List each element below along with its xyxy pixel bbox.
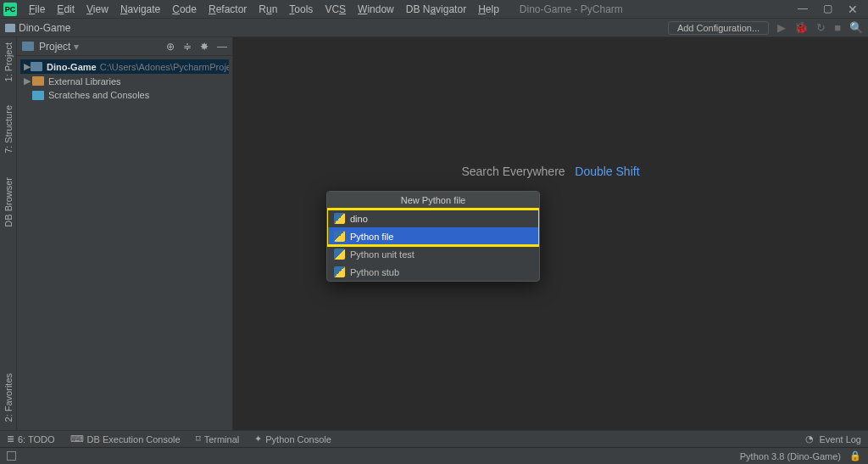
bottom-tab-label: DB Execution Console bbox=[87, 434, 181, 444]
search-icon[interactable]: 🔍 bbox=[849, 21, 863, 34]
event-log-label: Event Log bbox=[819, 434, 861, 444]
project-header: Project ▾ ⊕ ≑ ✸ — bbox=[17, 37, 232, 56]
side-tab-structure[interactable]: 7: Structure bbox=[3, 105, 14, 154]
project-tree: ▶ Dino-Game C:\Users\Adones\PycharmProje… bbox=[17, 56, 232, 105]
hint-shortcut: Double Shift bbox=[575, 165, 639, 178]
main-menu: File Edit View Navigate Code Refactor Ru… bbox=[24, 2, 504, 17]
status-widget-icon[interactable] bbox=[7, 451, 16, 461]
bottom-tab-label: Terminal bbox=[204, 434, 240, 444]
menu-dbnavigator[interactable]: DB Navigator bbox=[401, 2, 471, 17]
python-file-icon bbox=[334, 249, 345, 260]
tree-scratches[interactable]: Scratches and Consoles bbox=[20, 88, 229, 102]
menu-code[interactable]: Code bbox=[167, 2, 202, 17]
chevron-right-icon[interactable]: ▶ bbox=[24, 61, 31, 72]
breadcrumb-project[interactable]: Dino-Game bbox=[19, 22, 70, 34]
navigation-bar: Dino-Game Add Configuration... ▶ 🐞 ↻ ■ 🔍 bbox=[0, 19, 868, 37]
library-icon bbox=[32, 76, 44, 86]
maximize-button[interactable]: ▢ bbox=[823, 3, 832, 16]
bottom-tool-tabs: ≣ 6: TODO ⌨ DB Execution Console ⌑ Termi… bbox=[0, 430, 868, 447]
chevron-down-icon[interactable]: ▾ bbox=[74, 41, 79, 53]
stop-icon[interactable]: ■ bbox=[834, 21, 841, 34]
tree-root-path: C:\Users\Adones\PycharmProjects\Dino-G bbox=[100, 62, 229, 72]
project-tool-window: Project ▾ ⊕ ≑ ✸ — ▶ Dino-Game C:\Users\A… bbox=[17, 37, 233, 430]
search-everywhere-hint: Search Everywhere Double Shift bbox=[233, 165, 868, 178]
side-tab-dbbrowser[interactable]: DB Browser bbox=[3, 177, 14, 227]
locate-icon[interactable]: ⊕ bbox=[166, 41, 175, 53]
run-with-coverage-icon[interactable]: ↻ bbox=[816, 21, 826, 34]
project-view-icon bbox=[22, 42, 34, 51]
menu-edit[interactable]: Edit bbox=[52, 2, 80, 17]
status-lock-icon[interactable]: 🔒 bbox=[849, 450, 861, 461]
window-title: Dino-Game - PyCharm bbox=[520, 3, 623, 15]
chevron-right-icon[interactable]: ▶ bbox=[24, 75, 32, 87]
tree-root[interactable]: ▶ Dino-Game C:\Users\Adones\PycharmProje… bbox=[20, 59, 229, 74]
event-log-button[interactable]: ◔ Event Log bbox=[805, 433, 861, 444]
popup-item-python-unit-test[interactable]: Python unit test bbox=[327, 245, 539, 263]
folder-icon bbox=[31, 62, 42, 71]
menu-view[interactable]: View bbox=[81, 2, 114, 17]
python-file-icon bbox=[334, 213, 345, 224]
menu-help[interactable]: Help bbox=[473, 2, 504, 17]
left-tool-strip: 1: Project 7: Structure DB Browser 2: Fa… bbox=[0, 37, 17, 430]
new-python-file-popup: New Python file Python file Python unit … bbox=[326, 191, 540, 282]
close-button[interactable]: ✕ bbox=[848, 3, 858, 16]
tree-ext-lib-label: External Libraries bbox=[48, 76, 121, 87]
debug-icon[interactable]: 🐞 bbox=[794, 21, 808, 34]
bottom-tab-db-exec[interactable]: ⌨ DB Execution Console bbox=[70, 433, 181, 444]
menu-run[interactable]: Run bbox=[253, 2, 282, 17]
popup-item-python-stub[interactable]: Python stub bbox=[327, 263, 539, 281]
menu-refactor[interactable]: Refactor bbox=[203, 2, 252, 17]
popup-filename-input[interactable] bbox=[350, 214, 532, 224]
titlebar: PC File Edit View Navigate Code Refactor… bbox=[0, 0, 868, 19]
popup-title: New Python file bbox=[327, 192, 539, 210]
status-bar: Python 3.8 (Dino-Game) 🔒 bbox=[0, 447, 868, 464]
bottom-tab-label: Python Console bbox=[265, 434, 331, 444]
window-controls: — ▢ ✕ bbox=[798, 3, 865, 16]
menu-vcs[interactable]: VCS bbox=[320, 2, 351, 17]
popup-item-label: Python stub bbox=[350, 267, 399, 277]
add-configuration-button[interactable]: Add Configuration... bbox=[668, 21, 769, 35]
project-view-label[interactable]: Project bbox=[39, 41, 70, 53]
side-tab-project[interactable]: 1: Project bbox=[3, 42, 14, 81]
popup-item-label: Python unit test bbox=[350, 249, 415, 260]
bottom-tab-label: 6: TODO bbox=[18, 434, 55, 444]
bottom-tab-todo[interactable]: ≣ 6: TODO bbox=[7, 433, 55, 444]
minimize-button[interactable]: — bbox=[798, 3, 808, 16]
side-tab-favorites[interactable]: 2: Favorites bbox=[3, 373, 14, 422]
expand-all-icon[interactable]: ≑ bbox=[183, 41, 192, 53]
tree-external-libraries[interactable]: ▶ External Libraries bbox=[20, 74, 229, 88]
pycharm-logo-icon: PC bbox=[3, 3, 17, 16]
menu-navigate[interactable]: Navigate bbox=[115, 2, 165, 17]
interpreter-indicator[interactable]: Python 3.8 (Dino-Game) bbox=[740, 451, 841, 461]
popup-item-label: Python file bbox=[350, 232, 393, 242]
tree-root-name: Dino-Game bbox=[47, 62, 97, 72]
settings-icon[interactable]: ✸ bbox=[200, 41, 209, 53]
popup-item-python-file[interactable]: Python file bbox=[327, 227, 539, 245]
menu-tools[interactable]: Tools bbox=[284, 2, 318, 17]
hide-icon[interactable]: — bbox=[217, 41, 227, 53]
run-icon[interactable]: ▶ bbox=[777, 21, 786, 34]
python-file-icon bbox=[334, 266, 345, 277]
menu-file[interactable]: File bbox=[24, 2, 50, 17]
hint-prefix: Search Everywhere bbox=[461, 165, 565, 178]
menu-window[interactable]: Window bbox=[353, 2, 399, 17]
bottom-tab-python-console[interactable]: ✦ Python Console bbox=[254, 433, 331, 444]
scratch-icon bbox=[32, 91, 44, 100]
tree-scratch-label: Scratches and Consoles bbox=[48, 90, 149, 100]
popup-filename-row bbox=[327, 210, 539, 227]
folder-icon bbox=[5, 24, 15, 32]
python-file-icon bbox=[334, 231, 345, 242]
bottom-tab-terminal[interactable]: ⌑ Terminal bbox=[196, 433, 240, 444]
